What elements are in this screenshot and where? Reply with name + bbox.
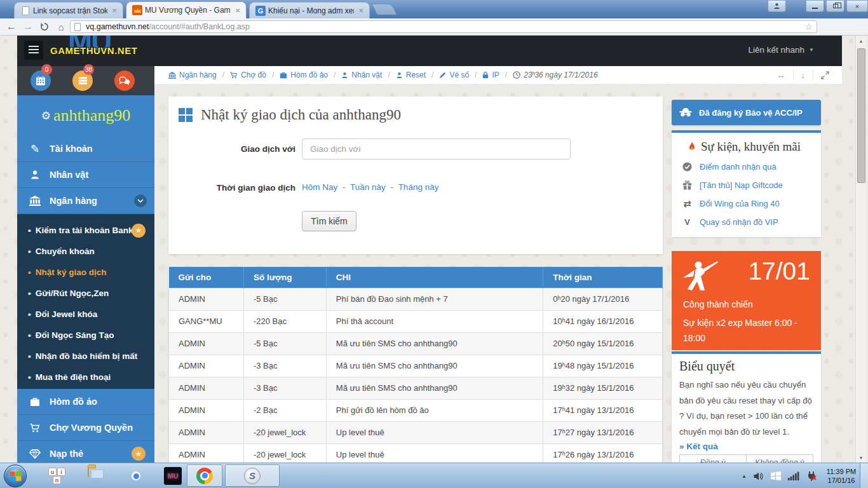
breadcrumb-separator: / bbox=[272, 71, 274, 79]
breadcrumb-item-reset[interactable]: Reset bbox=[396, 71, 426, 79]
scroll-down-icon[interactable]: ▼ bbox=[856, 452, 866, 463]
cell-amount: -220 Bạc bbox=[243, 310, 326, 332]
groups-favicon: G bbox=[255, 6, 266, 16]
address-bar[interactable]: vq.gamethuvn.net /account/#auth/BankLog.… bbox=[70, 20, 817, 33]
breadcrumb-item-bank[interactable]: Ngân hàng bbox=[168, 71, 217, 79]
column-header: Thời gian bbox=[543, 267, 663, 288]
poll-disagree-button[interactable]: Không đồng ý bbox=[746, 454, 813, 463]
sidebar-item-topup[interactable]: Nạp thẻ ★ bbox=[17, 441, 154, 463]
quick-links-dropdown[interactable]: Liên kết nhanh ▼ bbox=[749, 45, 815, 55]
taskbar-unikey-icon[interactable]: uin bbox=[48, 467, 66, 485]
username: anhthang90 bbox=[53, 106, 130, 125]
event-link-label: Quay số nhận đồ VIP bbox=[700, 217, 778, 227]
profile-button[interactable] bbox=[768, 1, 786, 12]
taskbar-sopcast-button[interactable]: S bbox=[225, 464, 280, 487]
network-icon[interactable] bbox=[788, 471, 799, 480]
taskbar-explorer-icon[interactable] bbox=[88, 467, 105, 485]
browser-tab-1[interactable]: Link sopcast trận Stoke Cit × bbox=[14, 2, 123, 18]
sidebar-item-character[interactable]: Nhân vật bbox=[17, 162, 154, 188]
tray-clock[interactable]: 11:39 PM 17/01/16 bbox=[824, 467, 859, 485]
start-button[interactable] bbox=[4, 464, 27, 487]
power-plug-icon[interactable] bbox=[806, 471, 817, 481]
cell-time: 19ʰ48 ngày 15/1/2016 bbox=[543, 355, 663, 377]
lock-icon bbox=[482, 71, 489, 79]
poll-agree-button[interactable]: Đồng ý bbox=[679, 454, 747, 463]
browser-tabstrip: Link sopcast trận Stoke Cit × MU Vương Q… bbox=[0, 0, 868, 18]
submenu-item-check-bank[interactable]: • Kiểm tra tài khoản Bank ★ bbox=[17, 220, 154, 241]
browser-tab-2-active[interactable]: MU Vương Quyền - Game × bbox=[126, 1, 247, 18]
breadcrumb-timestamp: 23ʰ36 ngày 17/1/2016 bbox=[513, 71, 597, 79]
link-today[interactable]: Hôm Nay bbox=[302, 182, 337, 192]
submenu-item-transaction-log-active[interactable]: • Nhật ký giao dịch bbox=[17, 262, 154, 283]
table-row: ADMIN -3 Bạc Mã ưu tiên SMS cho anhthang… bbox=[169, 355, 663, 377]
volume-icon[interactable] bbox=[754, 472, 764, 480]
bookmark-star-icon[interactable]: ☆ bbox=[804, 22, 813, 32]
minimize-button[interactable] bbox=[806, 1, 824, 12]
layout-horizontal-icon[interactable]: ↔ bbox=[770, 70, 793, 80]
home-icon[interactable]: ⌂ bbox=[53, 18, 69, 35]
expand-icon[interactable] bbox=[813, 70, 837, 80]
site-logo[interactable]: MU GAMETHUVN.NET bbox=[50, 36, 171, 66]
tab-close-icon[interactable]: × bbox=[110, 6, 119, 15]
hidden-icons-arrow[interactable]: ▲ bbox=[742, 473, 747, 479]
close-button[interactable]: × bbox=[846, 1, 868, 12]
partner-input[interactable] bbox=[302, 139, 571, 159]
breadcrumb-separator: / bbox=[505, 71, 507, 79]
restore-button[interactable] bbox=[826, 1, 844, 12]
cell-description: Up level thuê bbox=[326, 444, 543, 463]
page-scrollbar[interactable]: ▲ ▼ bbox=[855, 36, 866, 463]
submenu-item-phone-card[interactable]: • Mua thẻ điện thoại bbox=[17, 367, 154, 388]
sidebar-item-label: Hòm đồ ảo bbox=[50, 396, 97, 407]
sidebar-item-vault[interactable]: Hòm đồ ảo bbox=[17, 389, 154, 415]
event-link-wing[interactable]: ⇄ Đổi Wing của Ring 40 bbox=[672, 194, 821, 213]
layout-vertical-icon[interactable]: ↓ bbox=[793, 70, 813, 80]
cell-amount: -20 jewel_lock bbox=[243, 444, 326, 463]
scrollbar-thumb[interactable] bbox=[857, 48, 865, 183]
tab-close-icon[interactable]: × bbox=[233, 6, 242, 15]
submenu-item-jewel-creation[interactable]: • Đổi Ngọc Sáng Tạo bbox=[17, 325, 154, 346]
scroll-up-icon[interactable]: ▲ bbox=[856, 36, 866, 46]
chat-button[interactable] bbox=[114, 71, 135, 91]
search-button[interactable]: Tìm kiếm bbox=[302, 211, 356, 231]
bullet-icon: • bbox=[28, 309, 31, 319]
event-link-vip[interactable]: V Quay số nhận đồ VIP bbox=[672, 213, 821, 231]
sidebar-item-bank[interactable]: Ngân hàng bbox=[17, 188, 154, 214]
sidebar-item-market[interactable]: Chợ Vương Quyền bbox=[17, 415, 154, 441]
menu-toggle-icon[interactable] bbox=[24, 41, 43, 60]
acc-protect-button[interactable]: Đã đăng ký Bảo vệ ACC/IP bbox=[672, 100, 821, 125]
sidebar-item-account[interactable]: ✎ Tài khoản bbox=[17, 136, 154, 162]
sidebar-user: ⚙ anhthang90 bbox=[17, 95, 154, 136]
submenu-item-deposit-withdraw[interactable]: • Gửi/Rút Ngọc,Zen bbox=[17, 283, 154, 304]
show-desktop-button[interactable] bbox=[860, 463, 868, 488]
notifications-badge: 38 bbox=[83, 64, 94, 75]
window-controls: × bbox=[766, 1, 868, 12]
link-this-month[interactable]: Tháng này bbox=[398, 182, 439, 192]
event-link-giftcode[interactable]: [Tân thủ] Nạp Giftcode bbox=[672, 176, 821, 194]
submenu-item-jewel-lock[interactable]: • Đổi Jewel khóa bbox=[17, 304, 154, 325]
submenu-label: Đổi Jewel khóa bbox=[36, 309, 98, 319]
breadcrumb-item-character[interactable]: Nhân vật bbox=[341, 71, 382, 79]
browser-tab-3[interactable]: G Khiếu nại - Mong adm xen × bbox=[249, 2, 370, 18]
windows-update-flag-icon[interactable] bbox=[771, 471, 781, 480]
back-icon[interactable]: ← bbox=[4, 18, 19, 35]
clock-time: 11:39 PM bbox=[824, 467, 859, 476]
breadcrumb-item-market[interactable]: Chợ đồ bbox=[230, 71, 266, 79]
taskbar-mu-game-icon[interactable]: MU bbox=[164, 467, 182, 485]
breadcrumb-item-lottery[interactable]: Vé số bbox=[439, 71, 469, 79]
event-link-checkin[interactable]: Điểm danh nhận quà bbox=[672, 158, 821, 176]
taskbar-chrome-active-button[interactable] bbox=[187, 464, 222, 487]
submenu-item-transfer[interactable]: • Chuyển khoản bbox=[17, 241, 154, 262]
collapse-chevron-icon[interactable] bbox=[134, 194, 147, 207]
breadcrumb-item-vault[interactable]: Hòm đồ ảo bbox=[280, 71, 328, 79]
forward-icon[interactable]: → bbox=[20, 18, 36, 35]
cell-amount: -5 Bạc bbox=[243, 332, 326, 355]
poll-result-link[interactable]: » Kết quả bbox=[679, 442, 718, 451]
tab-close-icon[interactable]: × bbox=[356, 6, 365, 15]
cell-amount: -20 jewel_lock bbox=[243, 421, 326, 444]
reload-icon[interactable] bbox=[37, 18, 52, 35]
link-this-week[interactable]: Tuần này bbox=[350, 182, 386, 192]
taskbar-chrome-icon[interactable] bbox=[128, 468, 146, 485]
submenu-item-insurance[interactable]: • Nhận đồ bảo hiểm bị mất bbox=[17, 346, 154, 367]
new-tab-button[interactable] bbox=[372, 4, 396, 15]
breadcrumb-item-ip[interactable]: IP bbox=[482, 71, 499, 79]
